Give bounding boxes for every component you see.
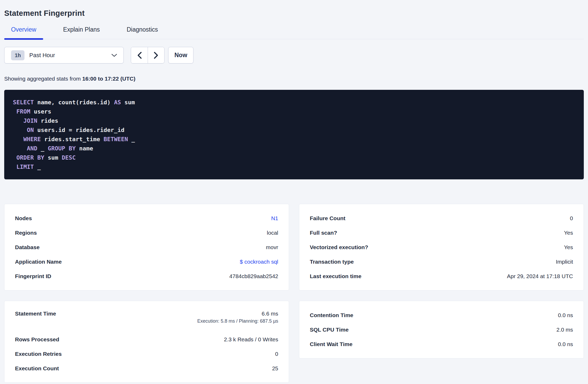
row-label: Transaction type — [310, 259, 354, 265]
sql-line: WHERE rides.start_time BETWEEN _ — [13, 135, 575, 144]
statement-details-card: NodesN1RegionslocalDatabasemovrApplicati… — [4, 204, 289, 291]
info-row: Databasemovr — [15, 240, 278, 254]
sql-line: ORDER BY sum DESC — [13, 153, 575, 162]
row-value-wrap: Apr 29, 2024 at 17:18 UTC — [507, 273, 573, 279]
row-value: 4784cb829aab2542 — [229, 273, 278, 279]
row-value-wrap: 2.3 k Reads / 0 Writes — [224, 336, 278, 343]
info-row: Execution Retries0 — [15, 347, 278, 361]
sql-line: AND _ GROUP BY name — [13, 144, 575, 153]
row-value: local — [267, 230, 278, 236]
statement-times-card: Statement Time6.6 msExecution: 5.8 ms / … — [4, 301, 289, 383]
row-value: 25 — [272, 365, 278, 372]
sql-line: LIMIT _ — [13, 162, 575, 171]
time-controls: 1h Past Hour Now — [4, 47, 584, 63]
sql-line: SELECT name, count(rides.id) AS sum — [13, 98, 575, 107]
row-value-wrap: 2.0 ms — [556, 327, 573, 333]
row-label: Last execution time — [310, 273, 361, 279]
row-subvalue: Execution: 5.8 ms / Planning: 687.5 µs — [197, 318, 278, 324]
row-label: Full scan? — [310, 230, 337, 236]
row-label: Rows Processed — [15, 336, 59, 343]
row-label: Client Wait Time — [310, 341, 352, 347]
tab-diagnostics[interactable]: Diagnostics — [120, 26, 165, 39]
row-value: Apr 29, 2024 at 17:18 UTC — [507, 273, 573, 279]
row-value: 2.3 k Reads / 0 Writes — [224, 336, 278, 343]
info-row: Regionslocal — [15, 225, 278, 240]
row-label: Fingerprint ID — [15, 273, 51, 279]
row-value: 0.0 ns — [558, 341, 573, 347]
tab-bar: Overview Explain Plans Diagnostics — [4, 26, 584, 39]
row-value-wrap: Implicit — [556, 259, 573, 265]
summary-cards: NodesN1RegionslocalDatabasemovrApplicati… — [4, 204, 584, 383]
row-value: 0 — [570, 215, 573, 221]
row-label: Regions — [15, 230, 37, 236]
chevron-down-icon — [111, 53, 117, 57]
row-value-wrap: 0 — [275, 351, 278, 357]
row-label: Execution Retries — [15, 351, 62, 357]
row-value-wrap: 0.0 ns — [558, 312, 573, 318]
row-value-wrap: Yes — [564, 230, 573, 236]
row-value: 6.6 ms — [197, 311, 278, 317]
info-row: Rows Processed2.3 k Reads / 0 Writes — [15, 332, 278, 347]
info-row: NodesN1 — [15, 211, 278, 225]
time-range-dropdown[interactable]: 1h Past Hour — [4, 47, 124, 63]
subtitle-time-range: 16:00 to 17:22 (UTC) — [82, 76, 136, 82]
chevron-left-icon — [137, 52, 142, 59]
row-label: Nodes — [15, 215, 32, 221]
info-row: SQL CPU Time2.0 ms — [310, 322, 573, 337]
row-value-wrap: 0 — [570, 215, 573, 221]
sql-line: FROM users — [13, 107, 575, 116]
row-value: Yes — [564, 230, 573, 236]
row-value-wrap: N1 — [271, 215, 278, 221]
info-row: Contention Time0.0 ns — [310, 308, 573, 322]
row-value-wrap: 0.0 ns — [558, 341, 573, 347]
row-value-link[interactable]: $ cockroach sql — [240, 259, 278, 265]
execution-attributes-card: Failure Count0Full scan?YesVectorized ex… — [299, 204, 584, 291]
row-label: Contention Time — [310, 312, 353, 318]
row-value-wrap: 6.6 msExecution: 5.8 ms / Planning: 687.… — [197, 311, 278, 324]
row-value: Implicit — [556, 259, 573, 265]
row-label: Statement Time — [15, 311, 56, 317]
time-range-label: Past Hour — [29, 52, 111, 59]
info-row: Transaction typeImplicit — [310, 254, 573, 269]
info-row: Statement Time6.6 msExecution: 5.8 ms / … — [15, 308, 278, 332]
row-value-wrap: $ cockroach sql — [240, 259, 278, 265]
row-value: 0 — [275, 351, 278, 357]
row-value: movr — [266, 244, 278, 250]
row-value: 0.0 ns — [558, 312, 573, 318]
time-range-badge: 1h — [11, 50, 24, 60]
now-button[interactable]: Now — [168, 47, 193, 63]
info-row: Application Name$ cockroach sql — [15, 254, 278, 269]
info-row: Vectorized execution?Yes — [310, 240, 573, 254]
row-value-wrap: local — [267, 230, 278, 236]
chevron-right-icon — [154, 52, 158, 59]
sql-line: ON users.id = rides.rider_id — [13, 125, 575, 135]
subtitle-prefix: Showing aggregated stats from — [4, 76, 81, 82]
row-value-wrap: 4784cb829aab2542 — [229, 273, 278, 279]
tab-overview[interactable]: Overview — [4, 26, 43, 39]
tab-explain-plans[interactable]: Explain Plans — [56, 26, 107, 39]
wait-times-card: Contention Time0.0 nsSQL CPU Time2.0 msC… — [299, 301, 584, 358]
row-value-wrap: movr — [266, 244, 278, 250]
sql-line: JOIN rides — [13, 116, 575, 125]
row-label: Vectorized execution? — [310, 244, 368, 250]
row-value-wrap: Yes — [564, 244, 573, 250]
info-row: Failure Count0 — [310, 211, 573, 225]
next-time-button[interactable] — [148, 47, 164, 63]
row-value: Yes — [564, 244, 573, 250]
row-label: Execution Count — [15, 365, 59, 372]
row-value-link[interactable]: N1 — [271, 215, 278, 221]
row-label: SQL CPU Time — [310, 327, 348, 333]
info-row: Client Wait Time0.0 ns — [310, 337, 573, 351]
row-label: Failure Count — [310, 215, 345, 221]
row-value-wrap: 25 — [272, 365, 278, 372]
row-label: Application Name — [15, 259, 62, 265]
info-row: Full scan?Yes — [310, 225, 573, 240]
sql-statement-box: SELECT name, count(rides.id) AS sum FROM… — [4, 90, 584, 179]
previous-time-button[interactable] — [131, 47, 148, 63]
sql-code: SELECT name, count(rides.id) AS sum FROM… — [13, 98, 575, 171]
aggregated-stats-subtitle: Showing aggregated stats from 16:00 to 1… — [4, 76, 584, 82]
info-row: Execution Count25 — [15, 361, 278, 376]
row-value: 2.0 ms — [556, 327, 573, 333]
time-step-buttons — [131, 47, 165, 63]
info-row: Last execution timeApr 29, 2024 at 17:18… — [310, 269, 573, 283]
